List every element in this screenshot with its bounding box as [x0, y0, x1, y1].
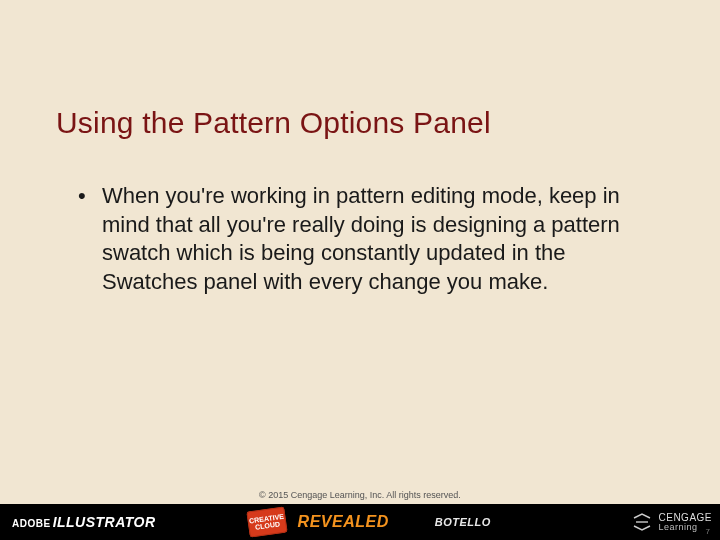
adobe-logo: ADOBE ILLUSTRATOR — [12, 514, 156, 530]
illustrator-label: ILLUSTRATOR — [53, 514, 156, 530]
cengage-text: CENGAGE Learning — [658, 513, 712, 532]
author-label: BOTELLO — [435, 516, 491, 528]
cengage-mark-icon — [632, 512, 652, 532]
cengage-name: CENGAGE — [658, 513, 712, 523]
footer-bar: ADOBE ILLUSTRATOR CREATIVE CLOUD REVEALE… — [0, 504, 720, 540]
bullet-list: When you're working in pattern editing m… — [74, 182, 650, 296]
slide-body: When you're working in pattern editing m… — [74, 182, 650, 296]
bullet-item: When you're working in pattern editing m… — [74, 182, 650, 296]
cengage-sub: Learning — [658, 523, 712, 532]
creative-cloud-badge-icon: CREATIVE CLOUD — [246, 506, 287, 537]
copyright-text: © 2015 Cengage Learning, Inc. All rights… — [0, 490, 720, 500]
footer: © 2015 Cengage Learning, Inc. All rights… — [0, 490, 720, 540]
slide-title: Using the Pattern Options Panel — [56, 106, 491, 140]
slide: Using the Pattern Options Panel When you… — [0, 0, 720, 540]
adobe-label: ADOBE — [12, 518, 51, 529]
cengage-logo: CENGAGE Learning — [632, 512, 712, 532]
page-number: 7 — [706, 527, 710, 536]
revealed-label: REVEALED — [298, 513, 389, 531]
